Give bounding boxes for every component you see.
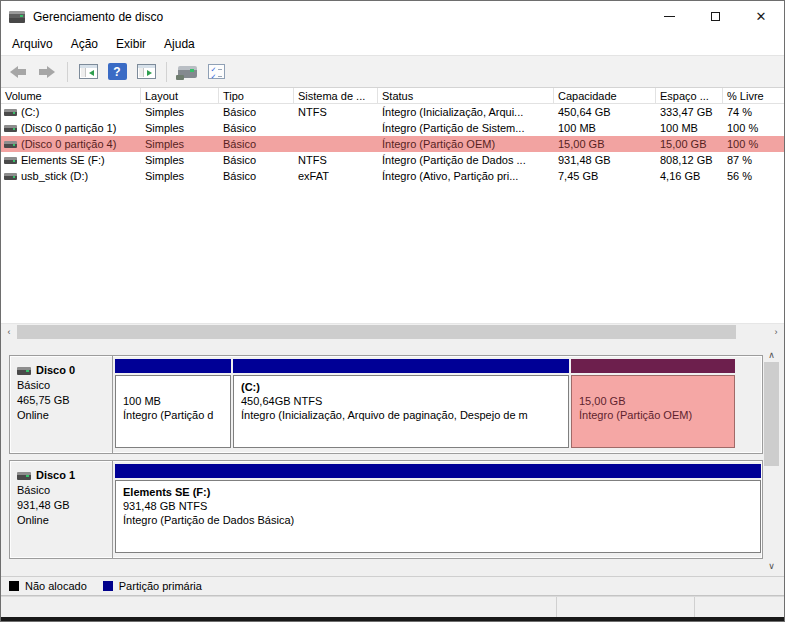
partition-size: 931,48 GB NTFS: [123, 499, 753, 513]
volume-tipo: Básico: [219, 170, 294, 182]
column-header-volume[interactable]: Volume: [1, 88, 141, 103]
window-controls: ✕: [646, 1, 784, 32]
back-icon: [10, 66, 26, 78]
action-list-icon: ✓ ✓: [208, 64, 225, 79]
volume-tipo: Básico: [219, 106, 294, 118]
disk-volume-icon: [4, 173, 17, 180]
volume-name: (C:): [21, 106, 39, 118]
partition-title: (C:): [241, 380, 561, 394]
legend-bar: Não alocado Partição primária: [1, 576, 784, 596]
partition-status: Íntegro (Partição OEM): [579, 408, 727, 422]
help-button[interactable]: ?: [106, 60, 128, 84]
menu-ajuda[interactable]: Ajuda: [155, 32, 204, 55]
volume-status: Íntegro (Partição de Sistem...: [378, 122, 554, 134]
partition-size: 100 MB: [123, 394, 223, 408]
disk-volume-icon: [4, 157, 17, 164]
scroll-up-arrow[interactable]: ∧: [763, 347, 780, 362]
status-bar-section: [556, 597, 694, 617]
volume-row-elements-se[interactable]: Elements SE (F:) Simples Básico NTFS Ínt…: [1, 152, 784, 168]
vertical-scroll-track[interactable]: [763, 362, 780, 558]
volume-tipo: Básico: [219, 122, 294, 134]
disk-volume-icon: [4, 125, 17, 132]
disk-name: Disco 0: [36, 363, 75, 378]
volume-list: (C:) Simples Básico NTFS Íntegro (Inicia…: [1, 104, 784, 323]
partition-color-bar: [115, 359, 231, 373]
scroll-right-arrow[interactable]: ›: [768, 324, 784, 340]
window-bottom-edge: [1, 617, 784, 621]
maximize-icon: [711, 12, 720, 21]
menu-bar: Arquivo Ação Exibir Ajuda: [1, 32, 784, 55]
horizontal-scroll-thumb[interactable]: [17, 325, 736, 339]
disk-state: Online: [17, 513, 106, 528]
volume-capacidade: 931,48 GB: [554, 154, 656, 166]
forward-button[interactable]: [36, 60, 58, 84]
window-title: Gerenciamento de disco: [33, 10, 163, 24]
back-button[interactable]: [7, 60, 29, 84]
minimize-button[interactable]: [646, 1, 692, 32]
menu-acao[interactable]: Ação: [62, 32, 107, 55]
disk-label-disco1[interactable]: Disco 1 Básico 931,48 GB Online: [10, 461, 113, 558]
partition-block-c[interactable]: (C:) 450,64GB NTFS Íntegro (Inicializaçã…: [233, 359, 569, 448]
volume-espaco: 333,47 GB: [656, 106, 723, 118]
scroll-down-arrow[interactable]: ∨: [763, 558, 780, 573]
volume-capacidade: 15,00 GB: [554, 138, 656, 150]
disk-row-disco0: Disco 0 Básico 465,75 GB Online 100 MB Í…: [9, 355, 763, 454]
volume-layout: Simples: [141, 122, 219, 134]
column-header-tipo[interactable]: Tipo: [219, 88, 294, 103]
volume-status: Íntegro (Ativo, Partição pri...: [378, 170, 554, 182]
volume-status: Íntegro (Partição OEM): [378, 138, 554, 150]
disk-size: 931,48 GB: [17, 498, 106, 513]
toolbar-separator: [67, 62, 68, 82]
show-action-pane-button[interactable]: [135, 60, 157, 84]
volume-layout: Simples: [141, 138, 219, 150]
partition-block-system[interactable]: 100 MB Íntegro (Partição d: [115, 359, 231, 448]
partition-size: 15,00 GB: [579, 394, 727, 408]
column-header-layout[interactable]: Layout: [141, 88, 219, 103]
graphical-view: Disco 0 Básico 465,75 GB Online 100 MB Í…: [1, 344, 784, 576]
volume-capacidade: 450,64 GB: [554, 106, 656, 118]
show-console-tree-button[interactable]: [77, 60, 99, 84]
menu-exibir[interactable]: Exibir: [107, 32, 155, 55]
column-header-espaco[interactable]: Espaço ...: [656, 88, 723, 103]
volume-row-c[interactable]: (C:) Simples Básico NTFS Íntegro (Inicia…: [1, 104, 784, 120]
horizontal-scroll-track[interactable]: [17, 324, 768, 340]
disk-volume-icon: [4, 141, 17, 148]
volume-sistema: NTFS: [294, 154, 378, 166]
volume-row-usb-stick[interactable]: usb_stick (D:) Simples Básico exFAT Ínte…: [1, 168, 784, 184]
help-icon: ?: [108, 63, 127, 80]
column-header-capacidade[interactable]: Capacidade: [554, 88, 656, 103]
volume-espaco: 808,12 GB: [656, 154, 723, 166]
disk-state: Online: [17, 408, 106, 423]
partition-block-oem-selected[interactable]: 15,00 GB Íntegro (Partição OEM): [571, 359, 735, 448]
volume-row-disco0-part1[interactable]: (Disco 0 partição 1) Simples Básico Ínte…: [1, 120, 784, 136]
volume-espaco: 4,16 GB: [656, 170, 723, 182]
volume-layout: Simples: [141, 106, 219, 118]
partition-block-elements-se[interactable]: Elements SE (F:) 931,48 GB NTFS Íntegro …: [115, 464, 761, 553]
disk-volume-icon: [4, 109, 17, 116]
status-bar-section: [694, 597, 784, 617]
partition-status: Íntegro (Partição de Dados Básica): [123, 513, 753, 527]
disk-size: 465,75 GB: [17, 393, 106, 408]
partition-color-bar: [233, 359, 569, 373]
action-list-button[interactable]: ✓ ✓: [205, 60, 227, 84]
volume-layout: Simples: [141, 170, 219, 182]
column-header-livre[interactable]: % Livre: [723, 88, 785, 103]
toolbar-separator: [166, 62, 167, 82]
volume-capacidade: 100 MB: [554, 122, 656, 134]
volume-sistema: exFAT: [294, 170, 378, 182]
volume-espaco: 100 MB: [656, 122, 723, 134]
volume-row-disco0-part4-selected[interactable]: (Disco 0 partição 4) Simples Básico Ínte…: [1, 136, 784, 152]
show-console-tree-icon: [79, 64, 98, 79]
column-header-sistema[interactable]: Sistema de ...: [294, 88, 378, 103]
show-action-pane-icon: [137, 64, 156, 79]
rescan-disks-button[interactable]: [176, 60, 198, 84]
disk-label-disco0[interactable]: Disco 0 Básico 465,75 GB Online: [10, 356, 113, 453]
volume-name: (Disco 0 partição 1): [21, 122, 116, 134]
partition-title: Elements SE (F:): [123, 485, 753, 499]
vertical-scroll-thumb[interactable]: [764, 362, 779, 466]
column-header-status[interactable]: Status: [378, 88, 554, 103]
menu-arquivo[interactable]: Arquivo: [3, 32, 62, 55]
maximize-button[interactable]: [692, 1, 738, 32]
scroll-left-arrow[interactable]: ‹: [1, 324, 17, 340]
close-button[interactable]: ✕: [738, 1, 784, 32]
